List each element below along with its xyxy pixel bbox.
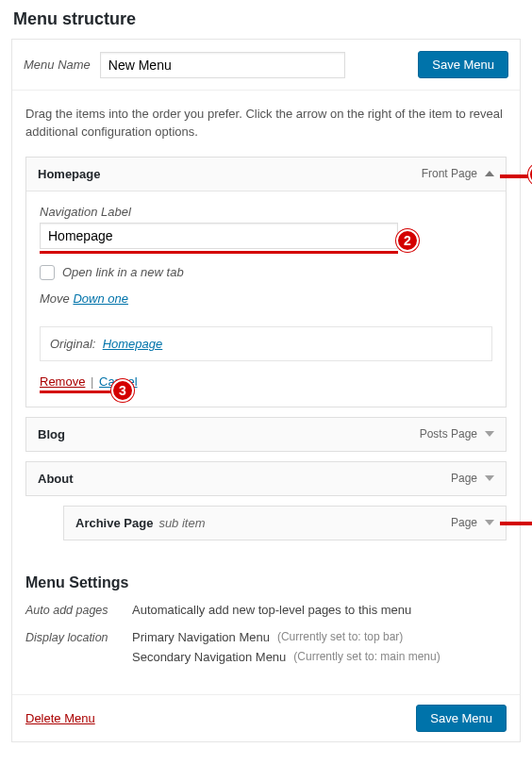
move-row: Move Down one	[40, 291, 492, 306]
menu-item-header[interactable]: About Page	[26, 462, 506, 495]
menu-name-label: Menu Name	[24, 58, 91, 72]
annotation-arm	[500, 522, 532, 525]
menu-item-type: Front Page	[422, 167, 477, 180]
menu-structure-panel: Menu Name Save Menu Drag the items into …	[11, 39, 521, 742]
menu-item-title: Homepage	[38, 167, 100, 181]
annotation-callout-3: 3	[111, 379, 134, 402]
menu-item-header[interactable]: Blog Posts Page	[26, 418, 506, 451]
menu-item-type: Page	[451, 516, 477, 529]
menu-item-blog[interactable]: Blog Posts Page	[25, 417, 507, 452]
save-menu-button-bottom[interactable]: Save Menu	[416, 705, 507, 732]
menu-item-title: Archive Page	[75, 516, 153, 530]
menu-item-title: Blog	[38, 427, 65, 441]
help-text: Drag the items into the order you prefer…	[12, 91, 520, 145]
secondary-nav-label: Secondary Navigation Menu	[132, 650, 286, 664]
menu-settings-heading: Menu Settings	[25, 574, 507, 591]
original-label: Original:	[50, 337, 95, 351]
sub-item-tag: sub item	[158, 516, 205, 530]
open-new-tab-checkbox[interactable]	[40, 265, 55, 280]
navigation-label-caption: Navigation Label	[40, 205, 492, 219]
menu-name-input[interactable]	[100, 52, 345, 78]
annotation-callout-1: 1	[528, 163, 532, 186]
primary-nav-label: Primary Navigation Menu	[132, 630, 270, 644]
display-location-label: Display location	[25, 630, 125, 670]
navigation-label-input[interactable]	[40, 223, 398, 249]
menu-settings: Menu Settings Auto add pages Automatical…	[12, 571, 520, 694]
menu-item-homepage[interactable]: Homepage Front Page 1 Navigation Label 2…	[25, 157, 507, 407]
original-box: Original: Homepage	[40, 326, 492, 361]
primary-nav-hint: (Currently set to: top bar)	[277, 630, 403, 643]
secondary-nav-hint: (Currently set to: main menu)	[293, 650, 440, 663]
menu-item-header[interactable]: Archive Page sub item Page	[64, 507, 506, 540]
annotation-underline	[40, 251, 398, 254]
remove-link[interactable]: Remove	[40, 374, 85, 389]
save-menu-button-top[interactable]: Save Menu	[418, 51, 508, 78]
menu-item-title: About	[38, 472, 74, 486]
move-down-one-link[interactable]: Down one	[73, 291, 128, 306]
chevron-down-icon[interactable]	[485, 520, 494, 525]
menu-item-header[interactable]: Homepage Front Page	[26, 158, 506, 191]
pipe-separator: |	[91, 374, 93, 389]
menu-items-list: Homepage Front Page 1 Navigation Label 2…	[12, 145, 520, 571]
open-new-tab-row[interactable]: Open link in a new tab	[40, 265, 492, 280]
display-location-row: Display location Primary Navigation Menu…	[25, 630, 507, 670]
item-actions-row: Remove | Cancel 3	[40, 374, 492, 393]
page-title: Menu structure	[0, 0, 532, 39]
open-new-tab-label: Open link in a new tab	[62, 265, 184, 279]
delete-menu-link[interactable]: Delete Menu	[25, 711, 95, 725]
auto-add-option-label: Automatically add new top-level pages to…	[132, 603, 411, 617]
menu-name-row: Menu Name Save Menu	[12, 40, 520, 91]
annotation-arm	[500, 174, 532, 178]
move-label: Move	[40, 291, 70, 306]
auto-add-pages-row: Auto add pages Automatically add new top…	[25, 603, 507, 623]
menu-item-about[interactable]: About Page	[25, 461, 507, 496]
menu-item-type: Page	[451, 472, 477, 485]
auto-add-pages-label: Auto add pages	[25, 603, 125, 623]
original-link[interactable]: Homepage	[103, 337, 163, 351]
chevron-up-icon[interactable]	[485, 171, 494, 176]
menu-item-body: Navigation Label 2 Open link in a new ta…	[26, 191, 506, 407]
chevron-down-icon[interactable]	[485, 475, 494, 481]
chevron-down-icon[interactable]	[485, 431, 494, 437]
annotation-callout-2: 2	[396, 229, 419, 252]
menu-item-type: Posts Page	[420, 427, 477, 440]
menu-item-archive[interactable]: Archive Page sub item Page 4	[63, 506, 507, 540]
panel-footer: Delete Menu Save Menu	[12, 694, 520, 741]
